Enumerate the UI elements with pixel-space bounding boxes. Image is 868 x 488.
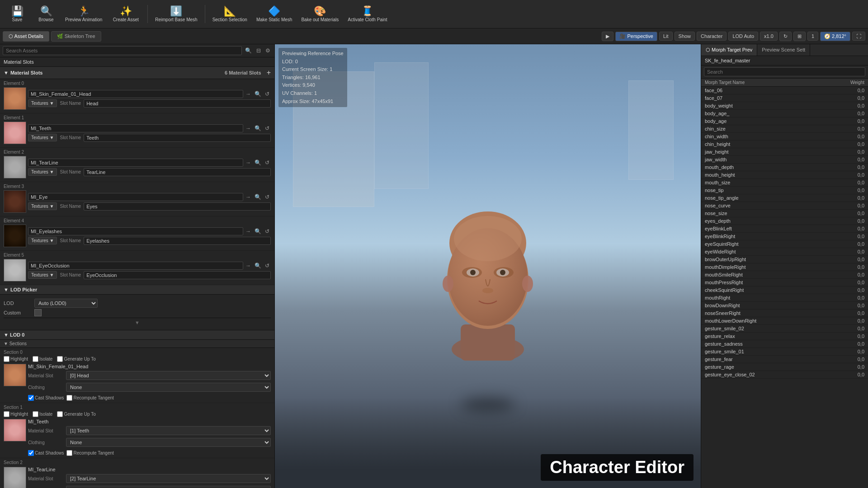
section-0-highlight[interactable]: Highlight [4,356,28,362]
morph-row-16[interactable]: nose_size0,0 [701,210,868,217]
element-4-find-btn[interactable]: 🔍 [253,228,263,235]
lod-picker-header[interactable]: ▼ LOD Picker [0,285,274,295]
element-2-slot-input[interactable] [84,168,271,176]
material-slots-section[interactable]: ▼ Material Slots 6 Material Slots + [0,67,274,79]
element-3-tex-btn[interactable]: Textures ▼ [28,202,57,210]
viewport-value-btn[interactable]: 🧭 2,812° [820,32,850,41]
element-0-tex-btn[interactable]: Textures ▼ [28,99,57,107]
element-4-tex-btn[interactable]: Textures ▼ [28,237,57,244]
section-1-cast-shadows[interactable]: Cast Shadows [28,450,64,456]
morph-row-19[interactable]: eyeBlinkRight0,0 [701,233,868,240]
expand-arrow[interactable]: ▼ [4,318,271,327]
morph-row-26[interactable]: cheekSquintRight0,0 [701,286,868,294]
create-asset-button[interactable]: ✨ Create Asset [108,2,144,27]
element-0-slot-input[interactable] [84,99,271,108]
element-0-arrow-btn[interactable]: → [244,90,252,98]
element-4-slot-input[interactable] [84,237,271,245]
element-1-name-input[interactable] [28,124,243,132]
element-3-slot-input[interactable] [84,202,271,211]
morph-row-28[interactable]: browDownRight0,0 [701,302,868,310]
element-0-reset-btn[interactable]: ↺ [264,90,271,98]
morph-row-2[interactable]: body_weight0,0 [701,102,868,110]
search-icon-btn[interactable]: 🔍 [244,47,253,54]
add-material-slot-btn[interactable]: + [267,69,271,77]
reimport-button[interactable]: ⬇️ Reimport Base Mesh [151,2,201,27]
viewport-lod-btn[interactable]: LOD Auto [728,32,758,41]
viewport-perspective-btn[interactable]: 🎥 Perspective [615,32,657,41]
element-2-tex-btn[interactable]: Textures ▼ [28,168,57,176]
element-0-name-input[interactable] [28,90,243,98]
morph-row-0[interactable]: face_060,0 [701,87,868,94]
morph-row-5[interactable]: chin_size0,0 [701,125,868,133]
morph-row-37[interactable]: gesture_eye_close_020,0 [701,371,868,379]
morph-row-30[interactable]: mouthLowerDownRight0,0 [701,317,868,325]
section-0-isolate[interactable]: Isolate [33,356,52,362]
element-1-reset-btn[interactable]: ↺ [264,125,271,132]
activate-cloth-button[interactable]: 🧵 Activate Cloth Paint [344,2,391,27]
element-3-name-input[interactable] [28,193,243,201]
element-2-arrow-btn[interactable]: → [244,159,252,166]
element-1-tex-btn[interactable]: Textures ▼ [28,134,57,141]
element-3-reset-btn[interactable]: ↺ [264,193,271,201]
element-4-reset-btn[interactable]: ↺ [264,228,271,235]
element-2-name-input[interactable] [28,159,243,167]
morph-row-17[interactable]: eyes_depth0,0 [701,217,868,225]
element-4-arrow-btn[interactable]: → [244,228,252,235]
viewport-rotate-btn[interactable]: ↻ [779,32,792,41]
morph-row-35[interactable]: gesture_fear0,0 [701,356,868,363]
section-selection-button[interactable]: 📐 Section Selection [209,2,251,27]
morph-row-23[interactable]: mouthDimpleRight0,0 [701,263,868,271]
viewport-lit-btn[interactable]: Lit [659,32,673,41]
element-0-find-btn[interactable]: 🔍 [253,90,263,98]
element-2-find-btn[interactable]: 🔍 [253,159,263,166]
morph-row-29[interactable]: noseSneerRight0,0 [701,310,868,317]
section-0-slot-select[interactable]: [0] Head [66,371,271,380]
element-1-slot-input[interactable] [84,134,271,142]
morph-row-34[interactable]: gesture_smile_010,0 [701,348,868,356]
section-1-clothing-select[interactable]: None [66,438,271,447]
element-5-slot-input[interactable] [84,271,271,279]
grid-view-btn[interactable]: ⊟ [255,47,262,54]
bake-out-button[interactable]: 🎨 Bake out Materials [297,2,342,27]
viewport-character-btn[interactable]: Character [697,32,726,41]
tab-skeleton-tree[interactable]: 🌿 Skeleton Tree [51,31,101,42]
section-0-clothing-select[interactable]: None [66,383,271,392]
section-2-clothing-select[interactable]: None [66,486,271,488]
section-1-highlight[interactable]: Highlight [4,411,28,417]
morph-row-31[interactable]: gesture_smile_020,0 [701,325,868,333]
morph-row-15[interactable]: nose_curve0,0 [701,202,868,210]
lod0-header[interactable]: ▼ LOD 0 [0,330,274,340]
morph-row-14[interactable]: nose_tip_angle0,0 [701,194,868,202]
morph-row-7[interactable]: chin_height0,0 [701,141,868,148]
section-1-generate[interactable]: Generate Up To [57,411,95,417]
morph-row-11[interactable]: mouth_height0,0 [701,171,868,179]
element-5-reset-btn[interactable]: ↺ [264,262,271,269]
section-0-generate[interactable]: Generate Up To [57,356,95,362]
preview-anim-button[interactable]: 🏃 Preview Animation [61,2,106,27]
element-3-arrow-btn[interactable]: → [244,193,252,201]
settings-view-btn[interactable]: ⚙ [264,47,272,54]
section-1-isolate[interactable]: Isolate [33,411,52,417]
element-1-find-btn[interactable]: 🔍 [253,125,263,132]
morph-row-18[interactable]: eyeBlinkLeft0,0 [701,225,868,233]
rp-tab-preview-scene[interactable]: Preview Scene Sett [757,44,810,56]
tab-asset-details[interactable]: ⬡ Asset Details [3,31,49,42]
morph-row-9[interactable]: jaw_width0,0 [701,156,868,164]
viewport-light-btn[interactable]: 1 [807,32,818,41]
morph-search-input[interactable] [704,67,865,76]
element-5-arrow-btn[interactable]: → [244,262,252,269]
morph-row-25[interactable]: mouthPressRight0,0 [701,279,868,286]
rp-tab-morph[interactable]: ⬡ Morph Target Prev [701,44,757,56]
section-0-cast-shadows[interactable]: Cast Shadows [28,395,64,401]
morph-row-20[interactable]: eyeSquintRight0,0 [701,240,868,248]
sections-header[interactable]: ▼ Sections [0,340,274,348]
section-1-recompute-tangent[interactable]: Recompute Tangent [66,450,113,456]
element-3-find-btn[interactable]: 🔍 [253,193,263,201]
save-button[interactable]: 💾 Save [4,2,31,27]
morph-row-36[interactable]: gesture_rage0,0 [701,363,868,371]
section-2-slot-select[interactable]: [2] TearLine [66,474,271,483]
make-static-button[interactable]: 🔷 Make Static Mesh [253,2,296,27]
morph-row-1[interactable]: face_070,0 [701,94,868,102]
morph-row-24[interactable]: mouthSmileRight0,0 [701,271,868,279]
morph-row-8[interactable]: jaw_height0,0 [701,148,868,156]
